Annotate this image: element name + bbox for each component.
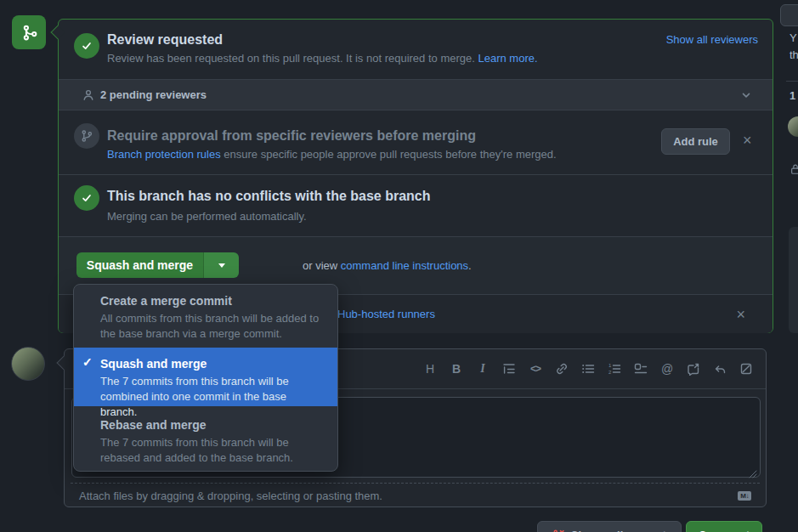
git-merge-icon <box>12 15 46 49</box>
sidebar-text-fragment: th <box>790 48 798 61</box>
no-conflicts-subtitle: Merging can be performed automatically. <box>107 210 307 223</box>
require-approval-title: Require approval from specific reviewers… <box>107 128 476 144</box>
mention-icon[interactable]: @ <box>659 361 675 376</box>
sidebar-avatar-fragment <box>788 116 798 137</box>
merge-options-dropdown: Create a merge commit All commits from t… <box>73 284 338 472</box>
cli-instructions-text: or view command line instructions. <box>303 259 472 272</box>
no-conflicts-title: This branch has no conflicts with the ba… <box>107 189 431 204</box>
pending-reviewers-label: 2 pending reviewers <box>100 88 207 101</box>
close-pull-request-button[interactable]: Close pull request <box>537 521 682 532</box>
svg-text:1: 1 <box>608 363 612 368</box>
pull-request-merge-page: Review requested Review has been request… <box>0 0 798 532</box>
attach-files-area[interactable]: Attach files by dragging & dropping, sel… <box>71 483 760 507</box>
pull-request-closed-icon <box>552 529 565 532</box>
menu-item-create-merge-commit[interactable]: Create a merge commit All commits from t… <box>74 285 337 348</box>
resize-handle[interactable] <box>749 470 757 478</box>
dismiss-banner-icon[interactable]: × <box>736 307 745 322</box>
numbered-list-icon[interactable]: 1 2 <box>607 361 622 376</box>
reply-icon[interactable] <box>712 361 727 376</box>
check-icon: ✓ <box>82 355 93 369</box>
bulleted-list-icon[interactable] <box>580 361 596 376</box>
review-requested-section: Review requested Review has been request… <box>59 20 773 79</box>
sidebar-count-fragment: 1 <box>790 89 795 102</box>
check-circle-icon <box>74 185 99 211</box>
heading-icon[interactable]: H <box>422 361 438 376</box>
quote-icon[interactable] <box>501 361 517 376</box>
attach-files-label: Attach files by dragging & dropping, sel… <box>79 490 382 502</box>
user-avatar <box>11 347 45 381</box>
branch-protection-section: Require approval from specific reviewers… <box>59 110 773 174</box>
task-list-icon[interactable] <box>633 361 648 376</box>
sidebar-button-fragment[interactable] <box>780 4 798 26</box>
squash-and-merge-button[interactable]: Squash and merge <box>76 252 203 278</box>
no-conflicts-section: This branch has no conflicts with the ba… <box>59 174 773 236</box>
italic-icon[interactable]: I <box>475 361 490 376</box>
caret-down-icon <box>218 263 225 268</box>
code-icon[interactable]: <> <box>528 361 543 376</box>
review-requested-subtitle: Review has been requested on this pull r… <box>107 52 538 65</box>
review-requested-title: Review requested <box>107 32 223 48</box>
squash-merge-button-group: Squash and merge <box>76 252 239 278</box>
dismiss-rule-icon[interactable]: × <box>743 133 752 148</box>
cross-reference-icon[interactable] <box>686 361 701 376</box>
comment-button[interactable]: Comment <box>686 521 762 532</box>
merge-options-caret-button[interactable] <box>203 252 239 278</box>
require-approval-subtitle: Branch protection rules ensure specific … <box>107 148 557 161</box>
command-line-instructions-link[interactable]: command line instructions <box>341 259 468 272</box>
link-icon[interactable] <box>554 361 569 376</box>
show-all-reviewers-link[interactable]: Show all reviewers <box>666 33 758 46</box>
git-branch-icon <box>74 123 99 149</box>
sidebar-text-fragment: Y <box>790 31 797 44</box>
markdown-icon: M↓ <box>738 491 751 501</box>
person-icon <box>82 88 95 102</box>
chevron-down-icon[interactable] <box>740 89 752 101</box>
menu-item-rebase-and-merge[interactable]: Rebase and merge The 7 commits from this… <box>74 406 337 472</box>
lock-icon <box>790 163 798 175</box>
fullscreen-icon[interactable] <box>739 361 754 376</box>
branch-protection-rules-link[interactable]: Branch protection rules <box>107 148 221 161</box>
learn-more-link[interactable]: Learn more. <box>478 52 537 65</box>
bold-icon[interactable]: B <box>449 361 464 376</box>
pending-reviewers-row[interactable]: 2 pending reviewers <box>59 79 773 110</box>
hosted-runners-link[interactable]: Hub-hosted runners <box>337 308 435 320</box>
check-circle-icon <box>74 33 99 59</box>
svg-text:2: 2 <box>608 370 612 375</box>
sidebar-panel-fragment <box>789 227 798 333</box>
sidebar-divider <box>786 81 798 82</box>
add-rule-button[interactable]: Add rule <box>661 128 730 155</box>
menu-item-squash-and-merge[interactable]: ✓ Squash and merge The 7 commits from th… <box>74 348 337 406</box>
